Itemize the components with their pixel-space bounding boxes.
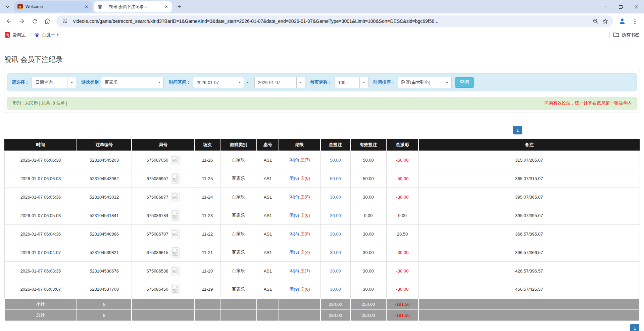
sort-select[interactable]: 降幂(由大到小) — [398, 77, 452, 88]
summary-row: 小计8280.00250.00-191.50 — [4, 299, 640, 310]
cell-total-bet[interactable]: 30.00 — [320, 188, 350, 206]
cell-total-bet[interactable]: 50.00 — [320, 151, 350, 169]
table-body: 2026-01-07 06:06:38523104545203675087050… — [4, 151, 640, 321]
per-page-select[interactable]: 100 — [335, 77, 368, 88]
baidu-paw-icon — [34, 32, 40, 38]
result-player: 闲(9) — [289, 287, 299, 292]
new-tab-button[interactable]: + — [175, 2, 184, 11]
summary-empty-cell — [257, 310, 279, 321]
back-button[interactable] — [3, 15, 15, 27]
bookmark-label: 百度一下 — [42, 32, 59, 38]
video-replay-button[interactable] — [171, 229, 180, 239]
tab-welcome[interactable]: ♠ Welcome ✕ — [14, 1, 92, 12]
chevron-down-icon[interactable] — [359, 77, 368, 88]
cell-session: 11-23 — [195, 206, 220, 225]
profile-avatar[interactable] — [616, 15, 628, 27]
bookmark-baidu[interactable]: 百度一下 — [34, 32, 59, 38]
forward-button[interactable] — [16, 15, 28, 27]
cell-total-bet[interactable]: 50.00 — [320, 169, 350, 188]
chevron-down-icon[interactable] — [155, 77, 163, 88]
cell-table: AS1 — [257, 280, 279, 299]
zoom-out-icon[interactable] — [591, 16, 600, 26]
column-header: 有效投注 — [350, 139, 386, 151]
query-type-select[interactable]: 日期查询 — [32, 77, 76, 88]
table-row: 2026-01-07 06:06:03523104543982675086957… — [4, 169, 640, 188]
round-number: 675087050 — [146, 158, 168, 163]
column-header: 备注 — [418, 139, 640, 151]
video-replay-button[interactable] — [171, 247, 180, 258]
cell-valid-bet: 50.00 — [350, 169, 386, 188]
result-banker: 庄(1) — [300, 268, 310, 273]
chevron-down-icon[interactable] — [67, 77, 76, 88]
summary-valid-bet: 250.00 — [350, 299, 386, 310]
video-replay-button[interactable] — [171, 210, 180, 221]
chevron-down-icon[interactable] — [296, 77, 305, 88]
url-bar[interactable]: videoie.com/game/betrecord_search/kind3?… — [56, 15, 613, 27]
cell-result: 闲(3) 庄(8) — [279, 225, 320, 243]
cell-table: AS1 — [257, 188, 279, 206]
tab-search-button[interactable] — [3, 2, 12, 11]
maximize-button[interactable] — [613, 0, 629, 13]
reload-button[interactable] — [29, 15, 40, 27]
browser-menu-icon[interactable] — [629, 15, 641, 27]
tab-bet-record[interactable]: :::视讯 会员下注纪录::: ✕ — [94, 1, 172, 12]
cell-session: 11-26 — [195, 151, 220, 169]
cell-total-bet[interactable]: 30.00 — [320, 206, 350, 225]
round-number: 675086538 — [146, 268, 168, 274]
per-page-label: 每页笔数： — [310, 79, 332, 85]
minimize-button[interactable] — [598, 0, 613, 13]
column-header: 时间 — [4, 139, 77, 151]
round-number: 675086615 — [146, 250, 168, 255]
all-bookmarks-button[interactable]: 所有书签 — [613, 32, 639, 38]
chevron-down-icon[interactable] — [235, 77, 244, 88]
date-range-label: 时间区间： — [169, 79, 191, 85]
bookmark-taobao[interactable]: 淘 爱淘宝 — [5, 32, 26, 38]
search-button[interactable]: 查询 — [455, 77, 474, 88]
date-start-select[interactable]: 2026-01-07 — [193, 77, 244, 88]
cell-bet-id: 523104545203 — [77, 151, 132, 169]
game-kind-select[interactable]: 百家乐 — [101, 77, 164, 88]
result-player: 闲(8) — [289, 268, 299, 273]
pagination-page-1-bottom[interactable]: 1 — [630, 324, 639, 331]
close-icon[interactable]: ✕ — [84, 4, 89, 10]
cell-note: 365.07/315.07 — [418, 169, 640, 188]
chevron-down-icon — [5, 4, 10, 10]
cell-total-bet[interactable]: 30.00 — [320, 243, 350, 262]
filter-panel: 请选择： 日期查询 游戏类别 百家乐 时间区间： 2026-01-07 — [4, 70, 640, 113]
video-replay-button[interactable] — [171, 155, 180, 165]
cell-note: 395.07/365.07 — [418, 188, 640, 206]
url-text[interactable]: videoie.com/game/betrecord_search/kind3?… — [73, 18, 591, 24]
home-button[interactable] — [42, 15, 53, 27]
close-window-button[interactable] — [629, 0, 644, 13]
chevron-down-icon[interactable] — [443, 77, 451, 88]
page-title: 视讯 会员下注纪录 — [4, 54, 644, 65]
video-replay-button[interactable] — [171, 192, 180, 202]
table-row: 2026-01-07 06:05:36523104543012675086877… — [4, 188, 640, 206]
date-end-select[interactable]: 2026-01-07 — [254, 77, 305, 88]
cell-round: 675086957 — [132, 169, 195, 188]
video-replay-icon — [172, 156, 178, 164]
cell-result: 闲(8) 庄(1) — [279, 262, 320, 280]
all-bookmarks-label: 所有书签 — [622, 32, 639, 38]
video-replay-button[interactable] — [171, 173, 180, 184]
video-replay-icon — [172, 212, 178, 219]
site-info-tune-icon[interactable] — [60, 16, 70, 26]
result-banker: 庄(7) — [300, 157, 310, 162]
table-row: 2026-01-07 06:04:07523104539821675086615… — [4, 243, 640, 262]
bookmark-star-icon[interactable] — [600, 16, 610, 26]
cell-note: 366.57/395.07 — [418, 225, 640, 243]
close-icon[interactable]: ✕ — [163, 4, 169, 10]
taobao-icon: 淘 — [5, 32, 10, 38]
pagination-page-1-top[interactable]: 1 — [513, 126, 522, 134]
cell-time: 2026-01-07 06:03:07 — [4, 280, 77, 299]
cell-valid-bet: 0.00 — [350, 206, 386, 225]
cell-game-kind: 百家乐 — [220, 151, 257, 169]
cell-total-bet[interactable]: 30.00 — [320, 262, 350, 280]
video-replay-button[interactable] — [171, 284, 180, 294]
cell-session: 11-22 — [195, 225, 220, 243]
cell-total-bet[interactable]: 30.00 — [320, 225, 350, 243]
column-header: 总投注 — [320, 139, 350, 151]
cell-total-bet[interactable]: 30.00 — [320, 280, 350, 299]
video-replay-button[interactable] — [171, 266, 180, 276]
browser-tab-strip: ♠ Welcome ✕ :::视讯 会员下注纪录::: ✕ + — [0, 0, 644, 13]
